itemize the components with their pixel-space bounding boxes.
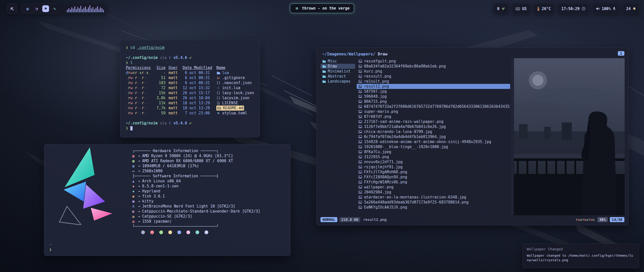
file-item[interactable]: 68747470733a2f2f696d616765732d7769786d70…	[357, 104, 510, 109]
file-item[interactable]: result2.png	[357, 84, 510, 89]
icons-icon: ◒	[132, 214, 137, 219]
image-file-icon	[358, 105, 362, 108]
ls-header-row: Permissions Size User Date Modified Name	[126, 65, 254, 70]
file-item[interactable]: chica-mirando-la-luna-8799.jpg	[357, 129, 510, 134]
palette-dot	[186, 230, 190, 234]
workspace-4[interactable]: ✎	[51, 5, 58, 12]
fetch-section-title: ├─────── Software Information ───────┤	[132, 174, 260, 179]
ls-header-permissions: Permissions	[126, 65, 151, 70]
file-item[interactable]: FXfcJlTXgAMvH6R.png	[357, 169, 510, 175]
module-volume[interactable]: 100%	[592, 3, 619, 14]
braces-icon: {}	[216, 95, 220, 100]
file-item[interactable]: 217167-sad-anime-rain-wallpaper.png	[357, 119, 510, 124]
file-item[interactable]: nnvuv0xj2df71.jpg	[357, 159, 510, 164]
palette-dot	[205, 230, 208, 234]
terminal-window-fastfetch[interactable]: ┌─────── Hardware Information ───────┐▦→…	[44, 144, 291, 256]
markdown-icon	[217, 107, 221, 110]
file-item[interactable]: ressdfgult.png	[357, 59, 510, 64]
shell-prompt[interactable]: ~ ❯	[49, 242, 52, 252]
arrow-icon: →	[137, 214, 142, 219]
arch-icon: ▲	[132, 179, 137, 184]
ls-header-size: Size	[154, 65, 166, 70]
wm-icon: ◈	[132, 189, 137, 194]
file-item[interactable]: 587597.jpg	[357, 89, 510, 94]
launcher-button[interactable]	[7, 3, 18, 14]
module-updates[interactable]: 0	[494, 3, 509, 14]
arrow-icon: →	[137, 194, 142, 199]
workspace-switcher[interactable]: ◍◔⚑✎	[21, 3, 62, 14]
fetch-info-line: ▲→Arch Linux x86_64	[132, 179, 260, 184]
file-item[interactable]: atardecer-en-la-montanas-ilustracion-634…	[357, 195, 510, 200]
file-item[interactable]: EeNKYgIUcAAJ5JX.png	[357, 205, 510, 210]
image-preview	[514, 58, 625, 215]
ls-row: .rw-r--r--51matt 6 oct 00:31.gitignore	[126, 75, 254, 80]
workspace-2[interactable]: ◔	[33, 5, 40, 12]
file-item[interactable]: 3126f7e9bbf21a8a4af0b67b041c6e26.jpg	[357, 124, 510, 129]
arrow-icon: →	[137, 209, 142, 214]
prompt-input-line[interactable]: ❯	[126, 126, 254, 131]
player-icon	[294, 6, 299, 11]
mode-badge: NORMAL	[320, 217, 337, 222]
file-manager-window[interactable]: ~/Imagenes/Wallpapers/ Draw 1 MiscDrawMi…	[316, 47, 629, 225]
file-item[interactable]: 154928-odinokoe-anime-art-anime-okno-sin…	[357, 139, 510, 144]
cava-bar	[87, 9, 87, 12]
cava-bar	[103, 10, 104, 12]
file-permissions: -rwxrwxrwx	[574, 218, 595, 222]
module-clock[interactable]: 17:50:29	[558, 3, 589, 14]
folder-item-landscapes[interactable]: Landscapes	[320, 79, 355, 84]
folder-item-abstract[interactable]: Abstract	[320, 74, 355, 79]
terminal-color-palette	[141, 230, 208, 234]
file-item[interactable]: re1sult.png	[357, 79, 510, 84]
prompt-via: via	[160, 55, 167, 60]
ls-row: .rw-r--r--183matt 6 oct 00:31{}.neoconf.…	[126, 80, 254, 85]
file-item[interactable]: super-mario.png	[357, 109, 510, 114]
folder-icon	[216, 71, 220, 75]
highlighted-filename: README.md	[216, 106, 244, 111]
cava-bar	[99, 9, 99, 12]
command-line-l: ❯ l	[126, 60, 254, 65]
file-item[interactable]: 08a634fa02a32364f69ebc86a98eb1eb.png	[357, 64, 510, 69]
notification-popup[interactable]: Wallpaper Changed Wallpaper changed to /…	[522, 244, 639, 268]
file-item[interactable]: FXfcHgcWIAMzs0G.png	[357, 180, 510, 185]
file-item[interactable]: kurz.png	[357, 69, 510, 74]
file-item[interactable]: resssult.png	[357, 74, 510, 79]
folder-item-draw[interactable]: Draw	[320, 64, 355, 69]
tab-badge[interactable]: 1	[618, 51, 624, 56]
file-item[interactable]: 0c794faf07de24a4db4d4fb1eb813964.jpg	[357, 134, 510, 139]
prompt-symbol: ❯	[126, 45, 128, 50]
arrow-icon: →	[137, 179, 142, 184]
folder-item-misc[interactable]: Misc	[320, 59, 355, 64]
text-cursor	[130, 126, 133, 130]
module-notifications[interactable]: 24	[623, 3, 639, 14]
module-temperature[interactable]: 26°C	[534, 3, 554, 14]
file-item[interactable]: 20492984.jpg	[357, 190, 510, 195]
terminal-window-nvim-config[interactable]: ❯ cd .config/nvim ~/.config/nvim via ☾ v…	[120, 40, 260, 138]
file-item[interactable]: 3122955.png	[357, 154, 510, 159]
file-item[interactable]: rsjqojlmjhf91.jpg	[357, 164, 510, 169]
folder-item-minimalist[interactable]: Minimalist	[320, 69, 355, 74]
file-item[interactable]: 5a266e448add93deab367d87173e9f25-6837886…	[357, 200, 510, 205]
arrow-icon: →	[137, 204, 142, 209]
fetch-info-line: ▣→kitty	[132, 199, 260, 204]
workspace-1[interactable]: ◍	[24, 5, 31, 12]
pane-divider	[512, 58, 512, 215]
fetch-info-line: ▥→10948MiB / 64183MiB (17%)	[132, 163, 260, 168]
workspace-3[interactable]: ⚑	[42, 5, 49, 12]
folder-icon	[322, 60, 326, 63]
file-item[interactable]: 87r687df.png	[357, 114, 510, 119]
image-file-icon	[358, 185, 362, 189]
fetch-info-line: A→JetBrainsMono Nerd Font Light 10 [GTK2…	[132, 204, 260, 209]
fetch-info-line: ◐→Catppuccin-Macchiato-Standard-Lavender…	[132, 209, 260, 214]
file-item[interactable]: 19201080-__blue-tinge__-1920×1080.jpg	[357, 144, 510, 149]
media-player-widget[interactable]: thrown - on the verge	[290, 4, 354, 13]
image-file-icon	[358, 165, 362, 169]
file-item[interactable]: 596848.jpg	[357, 94, 510, 99]
file-item[interactable]: FXfcII0X0AQyn9X.png	[357, 175, 510, 180]
mic-icon	[613, 7, 616, 11]
file-item[interactable]: 8FKa7Cu.jpeg	[357, 149, 510, 154]
file-item[interactable]: 866715.png	[357, 99, 510, 104]
file-item[interactable]: wallpaper.png	[357, 185, 510, 190]
module-volume-value: 100%	[602, 7, 611, 11]
module-keyboard-layout[interactable]: US	[512, 3, 530, 14]
prompt-symbol: ❯	[126, 60, 128, 65]
